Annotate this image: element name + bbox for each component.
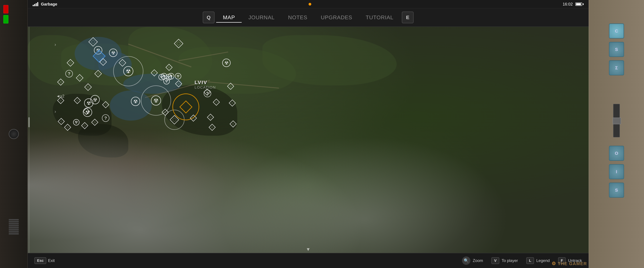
location-label: LVIV LOCATION <box>194 80 216 90</box>
map-d-18 <box>163 110 168 115</box>
map-d-20 <box>208 115 213 120</box>
right-btn-s2[interactable]: S <box>609 183 624 198</box>
map-d-26 <box>82 123 87 128</box>
map-q-3: ? <box>204 90 211 97</box>
left-panel <box>0 0 28 268</box>
map-rad-single-2: ☢ <box>163 78 170 84</box>
nav-key-e[interactable]: E <box>402 11 414 23</box>
map-d-9 <box>75 98 80 103</box>
map-d-22 <box>230 121 236 126</box>
map-rad-area-2: ☢ <box>90 95 100 104</box>
map-d-23 <box>59 119 64 124</box>
map-d-7 <box>58 80 63 85</box>
tab-upgrades[interactable]: Upgrades <box>314 13 359 22</box>
carrier-name: Garbage <box>41 2 57 6</box>
status-bar-right: 16:02 <box>563 2 584 6</box>
right-top-buttons: C S Σ <box>609 23 624 75</box>
map-d-27 <box>65 125 70 130</box>
map-icon-rad-3: ☢ <box>222 59 230 67</box>
legend-control: L Legend <box>526 257 550 264</box>
map-d-3 <box>120 60 125 65</box>
bottom-bar: Esc Exit 🔍 Zoom V To player L Legend F U… <box>28 253 589 268</box>
map-container[interactable]: ☢ ☢ ☢ ☢ ☢ <box>28 27 589 253</box>
nav-key-q[interactable]: Q <box>203 11 214 23</box>
tab-tutorial[interactable]: Tutorial <box>359 13 400 22</box>
map-d-2 <box>100 59 106 65</box>
zoom-label: Zoom <box>473 258 483 263</box>
map-d-4 <box>96 71 101 76</box>
zoom-indicator: ◄x2 <box>56 94 64 98</box>
exit-label: Exit <box>48 258 55 263</box>
map-bottom-arrow: ▼ <box>306 247 310 252</box>
map-q-2: ? <box>102 114 110 122</box>
map-icon-diamond-2 <box>175 40 182 47</box>
tab-map[interactable]: Map <box>216 13 242 22</box>
right-btn-sigma[interactable]: Σ <box>609 60 624 75</box>
map-d-12 <box>166 65 172 70</box>
map-d-13 <box>176 81 181 86</box>
map-d-19 <box>191 116 196 121</box>
esc-key[interactable]: Esc <box>34 257 46 264</box>
right-slider[interactable] <box>613 104 620 137</box>
v-key[interactable]: V <box>492 257 499 264</box>
map-q-1: ? <box>66 70 73 77</box>
edge-arrow-ml: › <box>54 109 56 114</box>
status-bar-center <box>308 3 311 5</box>
legend-label: Legend <box>536 258 550 263</box>
status-bar: Garbage 16:02 <box>28 0 589 8</box>
to-player-label: To player <box>502 258 518 263</box>
map-scroll-thumb <box>28 117 30 127</box>
indicator-green <box>3 15 8 23</box>
map-icon-rad-2: ☢ <box>109 48 118 57</box>
nav-tabs: Q Map Journal Notes Upgrades Tutorial E <box>28 8 589 27</box>
map-d-8 <box>58 98 63 103</box>
map-d-1 <box>68 60 73 65</box>
right-panel: C S Σ O I S <box>589 0 644 268</box>
bottom-exit: Esc Exit <box>34 257 55 264</box>
left-indicators <box>3 5 8 23</box>
status-dot <box>308 3 311 5</box>
map-rad-area-4: ☢ <box>131 97 140 106</box>
status-bar-left: Garbage <box>33 2 57 6</box>
tab-journal[interactable]: Journal <box>242 13 281 22</box>
map-d-11 <box>152 70 157 75</box>
map-d-21 <box>210 125 215 130</box>
l-key[interactable]: L <box>526 257 534 264</box>
right-btn-o[interactable]: O <box>609 146 624 161</box>
zoom-icon: 🔍 <box>462 257 470 265</box>
right-btn-s1[interactable]: S <box>609 42 624 57</box>
right-btn-c[interactable]: C <box>609 23 624 38</box>
map-d-5 <box>77 75 82 81</box>
left-circle-detail <box>9 129 19 139</box>
map-icon-diamond-1 <box>90 38 96 45</box>
right-btn-i[interactable]: I <box>609 164 624 179</box>
right-bottom-buttons: O I S <box>609 146 624 198</box>
map-scroll-bar[interactable] <box>28 27 30 253</box>
map-d-17 <box>230 100 235 105</box>
to-player-control: V To player <box>492 257 518 264</box>
map-d-28: ☢ <box>73 119 80 125</box>
left-slots <box>9 219 19 235</box>
map-rad-area-3: ☢ <box>83 108 92 117</box>
watermark: ⚙ THE GAMER <box>552 261 587 266</box>
map-d-16 <box>228 84 233 89</box>
time-display: 16:02 <box>563 2 573 6</box>
zoom-control: 🔍 Zoom <box>462 257 483 265</box>
main-area: Garbage 16:02 Q Map Journal Notes Upgrad… <box>28 0 589 268</box>
map-circle-1: ☢ <box>113 56 144 86</box>
signal-bars <box>33 2 38 6</box>
map-d-6 <box>85 84 91 90</box>
indicator-red <box>3 5 8 13</box>
tab-notes[interactable]: Notes <box>282 13 314 22</box>
right-slider-handle[interactable] <box>613 118 621 124</box>
edge-arrow-tl: › <box>54 42 56 47</box>
battery-icon <box>576 2 584 6</box>
map-d-25 <box>92 120 97 125</box>
map-d-10 <box>103 102 108 107</box>
map-d-15 <box>214 100 219 105</box>
